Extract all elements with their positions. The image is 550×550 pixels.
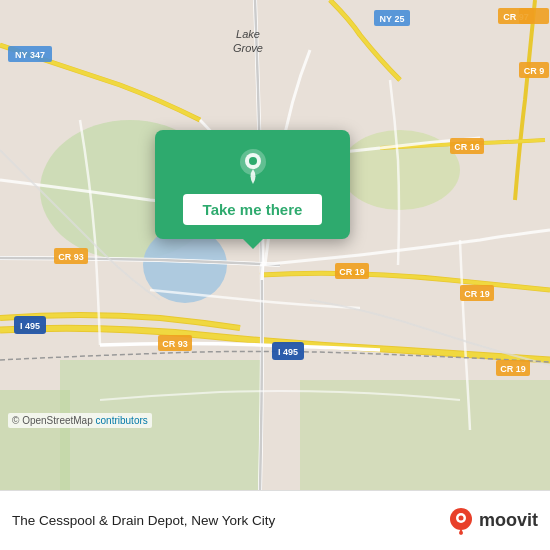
- svg-text:I 495: I 495: [278, 347, 298, 357]
- svg-text:CR 19: CR 19: [339, 267, 365, 277]
- svg-point-36: [249, 157, 257, 165]
- svg-text:I 495: I 495: [20, 321, 40, 331]
- svg-text:CR 16: CR 16: [454, 142, 480, 152]
- moovit-brand-text: moovit: [479, 510, 538, 531]
- osm-text: © OpenStreetMap: [12, 415, 96, 426]
- take-me-there-button[interactable]: Take me there: [183, 194, 323, 225]
- svg-text:CR 19: CR 19: [500, 364, 526, 374]
- svg-text:CR 9: CR 9: [524, 66, 545, 76]
- osm-contributors[interactable]: contributors: [96, 415, 148, 426]
- popup-card: Take me there: [155, 130, 350, 239]
- svg-text:CR 93: CR 93: [162, 339, 188, 349]
- svg-text:CR 93: CR 93: [58, 252, 84, 262]
- svg-text:NY 25: NY 25: [380, 14, 405, 24]
- osm-attribution: © OpenStreetMap contributors: [8, 413, 152, 428]
- svg-text:CR 19: CR 19: [464, 289, 490, 299]
- svg-text:Lake: Lake: [236, 28, 260, 40]
- location-pin-icon: [234, 146, 272, 184]
- svg-rect-33: [519, 8, 549, 24]
- moovit-pin-icon: [447, 507, 475, 535]
- map-container: NY 25 CR 97 NY 347 CR 9 Lake Grove CR 16…: [0, 0, 550, 490]
- svg-rect-5: [0, 390, 70, 490]
- svg-point-39: [458, 515, 463, 520]
- moovit-logo: moovit: [447, 507, 538, 535]
- bottom-bar: The Cesspool & Drain Depot, New York Cit…: [0, 490, 550, 550]
- svg-text:Grove: Grove: [233, 42, 263, 54]
- svg-text:NY 347: NY 347: [15, 50, 45, 60]
- location-label: The Cesspool & Drain Depot, New York Cit…: [12, 513, 447, 528]
